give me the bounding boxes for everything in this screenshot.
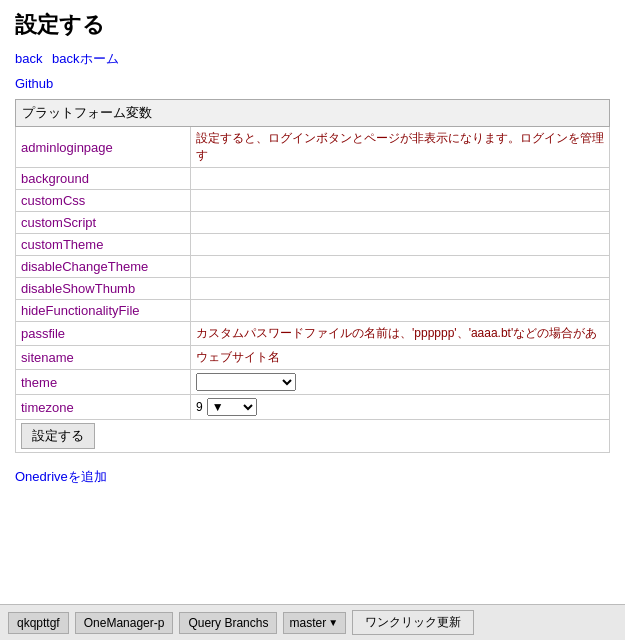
hint-sitename: ウェブサイト名 xyxy=(196,350,280,364)
table-row: background xyxy=(16,168,610,190)
row-value-passfile[interactable]: カスタムパスワードファイルの名前は、'pppppp'、'aaaa.bt'などの場… xyxy=(191,322,610,346)
tab1-button[interactable]: qkqpttgf xyxy=(8,612,69,634)
row-value-disableShowThumb[interactable] xyxy=(191,278,610,300)
row-value-customCss[interactable] xyxy=(191,190,610,212)
table-row: passfileカスタムパスワードファイルの名前は、'pppppp'、'aaaa… xyxy=(16,322,610,346)
table-row: adminloginpage設定すると、ログインボタンとページが非表示になります… xyxy=(16,127,610,168)
submit-button[interactable]: 設定する xyxy=(21,423,95,449)
row-key-timezone: timezone xyxy=(16,395,191,420)
row-key-theme: theme xyxy=(16,370,191,395)
table-row: customCss xyxy=(16,190,610,212)
row-value-timezone[interactable]: 9▼ xyxy=(191,395,610,420)
branch-dropdown-arrow: ▼ xyxy=(328,617,338,628)
tab2-button[interactable]: OneManager-p xyxy=(75,612,174,634)
table-row: theme xyxy=(16,370,610,395)
row-value-customScript[interactable] xyxy=(191,212,610,234)
row-key-background: background xyxy=(16,168,191,190)
timezone-select[interactable]: ▼ xyxy=(207,398,257,416)
github-link[interactable]: Github xyxy=(15,76,53,91)
row-value-disableChangeTheme[interactable] xyxy=(191,256,610,278)
hint-passfile: カスタムパスワードファイルの名前は、'pppppp'、'aaaa.bt'などの場… xyxy=(196,326,597,340)
input-hideFunctionalityFile[interactable] xyxy=(196,304,604,318)
row-key-hideFunctionalityFile: hideFunctionalityFile xyxy=(16,300,191,322)
theme-select[interactable] xyxy=(196,373,296,391)
row-key-customScript: customScript xyxy=(16,212,191,234)
branch-selector[interactable]: master ▼ xyxy=(283,612,346,634)
input-background[interactable] xyxy=(196,172,604,186)
back-home-link[interactable]: backホーム xyxy=(52,51,118,66)
table-row: timezone9▼ xyxy=(16,395,610,420)
back-link[interactable]: back xyxy=(15,51,42,66)
one-click-update-button[interactable]: ワンクリック更新 xyxy=(352,610,474,635)
input-disableChangeTheme[interactable] xyxy=(196,260,604,274)
settings-table: プラットフォーム変数 adminloginpage設定すると、ログインボタンとペ… xyxy=(15,99,610,453)
row-value-hideFunctionalityFile[interactable] xyxy=(191,300,610,322)
query-branches-button[interactable]: Query Branchs xyxy=(179,612,277,634)
page-title: 設定する xyxy=(15,10,610,40)
table-row: disableChangeTheme xyxy=(16,256,610,278)
table-row: customScript xyxy=(16,212,610,234)
input-customCss[interactable] xyxy=(196,194,604,208)
table-row: sitenameウェブサイト名 xyxy=(16,346,610,370)
row-key-customCss: customCss xyxy=(16,190,191,212)
row-key-customTheme: customTheme xyxy=(16,234,191,256)
row-key-sitename: sitename xyxy=(16,346,191,370)
row-key-disableShowThumb: disableShowThumb xyxy=(16,278,191,300)
onedrive-link[interactable]: Onedriveを追加 xyxy=(15,469,107,484)
row-key-disableChangeTheme: disableChangeTheme xyxy=(16,256,191,278)
row-key-adminloginpage: adminloginpage xyxy=(16,127,191,168)
table-row: customTheme xyxy=(16,234,610,256)
row-value-background[interactable] xyxy=(191,168,610,190)
row-value-theme xyxy=(191,370,610,395)
row-key-passfile: passfile xyxy=(16,322,191,346)
input-customScript[interactable] xyxy=(196,216,604,230)
table-row: hideFunctionalityFile xyxy=(16,300,610,322)
input-customTheme[interactable] xyxy=(196,238,604,252)
row-value-sitename[interactable]: ウェブサイト名 xyxy=(191,346,610,370)
branch-label: master xyxy=(289,616,326,630)
hint-adminloginpage: 設定すると、ログインボタンとページが非表示になります。ログインを管理す xyxy=(196,131,604,162)
bottom-toolbar: qkqpttgf OneManager-p Query Branchs mast… xyxy=(0,604,625,640)
input-disableShowThumb[interactable] xyxy=(196,282,604,296)
table-row: disableShowThumb xyxy=(16,278,610,300)
timezone-value: 9 xyxy=(196,400,203,414)
row-value-customTheme[interactable] xyxy=(191,234,610,256)
row-value-adminloginpage[interactable]: 設定すると、ログインボタンとページが非表示になります。ログインを管理す xyxy=(191,127,610,168)
table-header: プラットフォーム変数 xyxy=(16,100,610,127)
